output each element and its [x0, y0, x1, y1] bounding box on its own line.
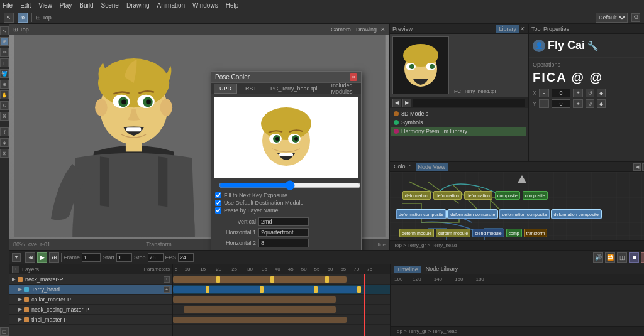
- drawing-tab[interactable]: Drawing: [356, 26, 377, 33]
- node-r-1[interactable]: transform: [524, 229, 548, 237]
- node-composite-1[interactable]: composite: [495, 191, 520, 200]
- layer-neck-master[interactable]: ▶ neck_master-P +: [9, 274, 172, 285]
- camera-tab[interactable]: Camera: [331, 26, 351, 33]
- pose-tab-included[interactable]: Included Modules: [326, 80, 358, 97]
- tool-brush[interactable]: ✏: [0, 48, 9, 57]
- playhead[interactable]: [364, 274, 365, 336]
- pose-tab-upd[interactable]: UPD: [214, 84, 237, 94]
- menu-file[interactable]: File: [3, 2, 13, 9]
- fps-input[interactable]: [178, 253, 194, 262]
- tool-eraser[interactable]: ◻: [0, 58, 9, 67]
- onion-skin-btn[interactable]: ◫: [0, 327, 9, 336]
- node-library-tab[interactable]: Node Library: [426, 266, 458, 273]
- menu-scene[interactable]: Scene: [101, 2, 119, 9]
- menu-animation[interactable]: Animation: [157, 2, 185, 9]
- tool-bone[interactable]: ⟨: [0, 127, 9, 136]
- y-key[interactable]: ◆: [597, 99, 606, 108]
- colour-tab[interactable]: Colour: [394, 163, 411, 171]
- tool-transform[interactable]: ⊕: [18, 13, 28, 23]
- x-value[interactable]: [552, 89, 570, 97]
- loop-btn[interactable]: 🔁: [605, 252, 615, 263]
- layer-add-btn[interactable]: +: [164, 276, 170, 283]
- fill-next-key-checkbox[interactable]: [215, 192, 221, 198]
- node-deform-1[interactable]: deformation: [402, 191, 431, 200]
- x-key[interactable]: ◆: [597, 89, 606, 97]
- track-collar[interactable]: [173, 295, 390, 305]
- tool-select[interactable]: ↖: [4, 13, 14, 23]
- add-layer-btn[interactable]: +: [12, 266, 19, 273]
- x-minus[interactable]: -: [539, 89, 549, 97]
- node-g-1[interactable]: comp: [506, 229, 522, 237]
- tool-pan[interactable]: ✋: [0, 90, 9, 99]
- tool-zoom[interactable]: ⊕: [0, 80, 9, 89]
- tool-node[interactable]: ◈: [0, 138, 9, 147]
- record-btn[interactable]: ●: [641, 252, 644, 263]
- node-deform-3[interactable]: deformation: [464, 191, 492, 200]
- lib-item-symbols[interactable]: Symbols: [391, 118, 526, 127]
- node-nav-prev[interactable]: ◀: [633, 163, 641, 171]
- tool-transform-btn[interactable]: ⊕: [0, 37, 9, 46]
- menu-help[interactable]: Help: [226, 2, 239, 9]
- menu-view[interactable]: View: [38, 2, 52, 9]
- node-b-1[interactable]: blend-module: [472, 229, 504, 237]
- node-sel-3[interactable]: deformation-composite: [499, 210, 549, 219]
- pose-tab-tpl[interactable]: PC_Terry_head.tpl: [265, 84, 323, 94]
- paste-by-layer-checkbox[interactable]: [215, 207, 221, 214]
- menu-play[interactable]: Play: [60, 2, 72, 9]
- lib-item-3dmodels[interactable]: 3D Models: [391, 109, 526, 118]
- frame-input[interactable]: [82, 253, 101, 262]
- onion-btn[interactable]: ◫: [617, 252, 627, 263]
- layer-neck-cosing[interactable]: ▶ neck_cosing_master-P: [9, 305, 172, 315]
- node-y-2[interactable]: deform-module: [436, 229, 470, 237]
- node-sel-1[interactable]: deformation-composite: [396, 210, 446, 219]
- expand-btn[interactable]: ▼: [12, 253, 21, 262]
- node-sel-2[interactable]: deformation-composite: [448, 210, 497, 219]
- settings-icon[interactable]: ⚙: [631, 13, 640, 22]
- lib-nav-next[interactable]: ▶: [402, 99, 411, 107]
- menu-build[interactable]: Build: [79, 2, 93, 9]
- node-sel-4[interactable]: deformation-composite: [552, 210, 601, 219]
- goto-start-btn[interactable]: ⏮: [25, 252, 35, 263]
- lib-nav-prev[interactable]: ◀: [392, 99, 401, 107]
- sound-btn[interactable]: 🔊: [593, 252, 603, 263]
- layer-tinci[interactable]: ▶ tinci_master-P: [9, 315, 172, 325]
- node-deform-2[interactable]: deformation: [433, 191, 462, 200]
- tool-paint[interactable]: 🪣: [0, 69, 9, 78]
- goto-end-btn[interactable]: ⏭: [49, 252, 59, 263]
- viewport-close[interactable]: ✕: [380, 26, 386, 33]
- track-neck-master[interactable]: [173, 274, 390, 285]
- node-composite-2[interactable]: composite: [523, 191, 548, 200]
- timeline-tab[interactable]: Timeline: [394, 266, 421, 273]
- tool-rig[interactable]: ⌘: [0, 112, 9, 121]
- menu-drawing[interactable]: Drawing: [126, 2, 150, 9]
- menu-windows[interactable]: Windows: [192, 2, 218, 9]
- play-btn[interactable]: ▶: [37, 252, 47, 263]
- node-y-1[interactable]: deform-module: [399, 229, 434, 237]
- tool-camera2[interactable]: ⊡: [0, 149, 9, 158]
- horizontal1-input[interactable]: [258, 228, 309, 237]
- node-view-tab[interactable]: Node View: [416, 163, 448, 171]
- menu-edit[interactable]: Edit: [20, 2, 31, 9]
- horizontal2-input[interactable]: [258, 239, 309, 247]
- x-plus[interactable]: +: [573, 89, 583, 97]
- y-minus[interactable]: -: [539, 99, 549, 108]
- vertical-input[interactable]: [258, 217, 309, 226]
- use-default-dest-checkbox[interactable]: [215, 200, 221, 206]
- capture-btn[interactable]: ⏹: [629, 252, 639, 263]
- library-panel-close[interactable]: ✕: [520, 26, 525, 32]
- view-mode-select[interactable]: Default: [596, 13, 628, 23]
- layer-terry-head[interactable]: ▶ Terry_head +: [9, 285, 172, 295]
- y-value[interactable]: [552, 99, 570, 108]
- y-plus[interactable]: +: [573, 99, 583, 108]
- terry-add-btn[interactable]: +: [164, 286, 170, 293]
- lib-item-harmony[interactable]: Harmony Premium Library: [391, 127, 526, 136]
- layer-collar[interactable]: ▶ collar_master-P: [9, 295, 172, 305]
- track-terry-head[interactable]: [173, 285, 390, 295]
- tool-rotate[interactable]: ↻: [0, 101, 9, 110]
- start-input[interactable]: [116, 253, 132, 262]
- pose-tab-rst[interactable]: RST: [240, 84, 262, 94]
- timeline-tracks[interactable]: [173, 274, 390, 336]
- x-reset[interactable]: ↺: [586, 89, 594, 97]
- stop-input[interactable]: [148, 253, 164, 262]
- track-tinci[interactable]: [173, 315, 390, 325]
